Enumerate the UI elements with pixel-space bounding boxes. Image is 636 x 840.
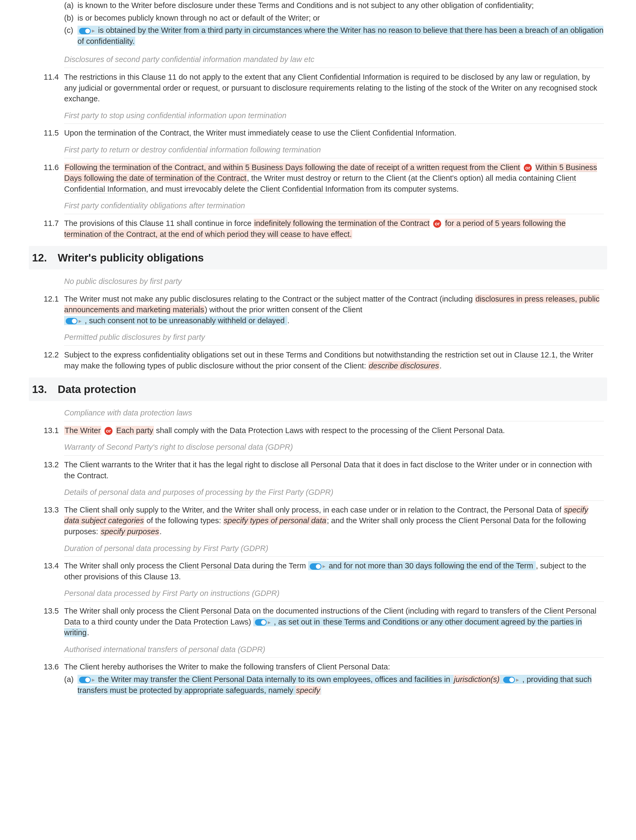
section-header-13: 13. Data protection [29, 377, 607, 401]
defined-term[interactable]: Data Protection Laws [175, 617, 249, 626]
clause-caption: Permitted public disclosures by first pa… [64, 330, 604, 346]
defined-term[interactable]: Client Personal Data [179, 606, 250, 616]
clause-body: The Client warrants to the Writer that i… [64, 459, 604, 481]
defined-term[interactable]: Client Personal Data [179, 561, 250, 570]
sublist-text: ▸ is obtained by the Writer from a third… [77, 25, 604, 46]
clause-body: Subject to the express confidentiality o… [64, 349, 604, 371]
sublist-letter: (a) [64, 0, 77, 11]
clause-number: 11.6 [32, 162, 64, 195]
optional-block: ▸ , as set out in [253, 617, 323, 626]
clause-13-6: 13.6 The Client hereby authorises the Wr… [32, 662, 604, 697]
clause-number: 11.7 [32, 218, 64, 240]
sublist-text: ▸ the Writer may transfer the Client Per… [77, 674, 604, 696]
or-badge[interactable]: or [433, 220, 441, 228]
clause-number: 11.4 [32, 72, 64, 104]
placeholder-text[interactable]: specify [296, 686, 321, 695]
placeholder-text[interactable]: specify purposes [100, 527, 159, 536]
section-title: Writer's publicity obligations [58, 250, 204, 265]
clause-number: 13.5 [32, 606, 64, 638]
or-badge[interactable]: or [104, 427, 112, 435]
or-badge[interactable]: or [524, 164, 532, 172]
sublist-text: is or becomes publicly known through no … [77, 13, 604, 24]
section-title: Data protection [58, 382, 136, 397]
clause-13-4: 13.4 The Writer shall only process the C… [32, 561, 604, 582]
sublist-letter: (c) [64, 25, 77, 46]
clause-13-5: 13.5 The Writer shall only process the C… [32, 606, 604, 638]
clause-body: The restrictions in this Clause 11 do no… [64, 72, 604, 104]
sublist-text: is known to the Writer before disclosure… [77, 0, 604, 11]
clause-caption: Authorised international transfers of pe… [64, 642, 604, 658]
defined-term[interactable]: Client Confidential Information [350, 129, 454, 137]
clause-row: (a) is known to the Writer before disclo… [32, 0, 604, 48]
placeholder-text[interactable]: jurisdiction(s) [453, 675, 500, 684]
defined-term[interactable]: Client Personal Data [431, 426, 503, 435]
clause-11-5: 11.5 Upon the termination of the Contrac… [32, 128, 604, 139]
clause-caption: No public disclosures by first party [64, 274, 604, 290]
optional-block: ▸ and for not more than 30 days followin… [308, 561, 536, 570]
defined-term[interactable]: Personal Data [504, 505, 553, 515]
cross-reference-link[interactable]: Clause 12.1 [514, 351, 556, 359]
toggle-on-icon[interactable]: ▸ [79, 27, 95, 35]
clause-11-6: 11.6 Following the termination of the Co… [32, 162, 604, 195]
option-a-highlight[interactable]: The Writer [64, 426, 101, 435]
clause-number: 13.3 [32, 504, 64, 537]
defined-term[interactable]: Client Personal Data [192, 675, 263, 684]
option-b-highlight[interactable]: Each party [116, 426, 154, 435]
clause-caption: Compliance with data protection laws [64, 405, 604, 422]
clause-body: The Writer shall only process the Client… [64, 606, 604, 638]
clause-caption: First party to return or destroy confide… [64, 142, 604, 158]
sublist-letter: (b) [64, 13, 77, 24]
toggle-on-icon[interactable]: ▸ [79, 676, 95, 684]
option-a-highlight[interactable]: Following the termination of the Contrac… [64, 163, 521, 172]
sublist-item-a: (a) is known to the Writer before disclo… [64, 0, 604, 11]
clause-caption: First party to stop using confidential i… [64, 108, 604, 124]
clause-caption: First party confidentiality obligations … [64, 198, 604, 214]
clause-12-2: 12.2 Subject to the express confidential… [32, 349, 604, 371]
clause-11-7: 11.7 The provisions of this Clause 11 sh… [32, 218, 604, 240]
toggle-on-icon[interactable]: ▸ [66, 317, 82, 325]
sublist-item-c: (c) ▸ is obtained by the Writer from a t… [64, 25, 604, 46]
clause-number: 13.4 [32, 561, 64, 582]
defined-term[interactable]: Client Confidential Information [260, 185, 364, 194]
clause-12-1: 12.1 The Writer must not make any public… [32, 294, 604, 326]
clause-caption: Details of personal data and purposes of… [64, 485, 604, 501]
clause-number: 13.6 [32, 662, 64, 697]
section-number: 12. [32, 250, 58, 265]
clause-body: The Client hereby authorises the Writer … [64, 662, 604, 697]
highlighted-text: is obtained by the Writer from a third p… [77, 26, 603, 46]
clause-body: The provisions of this Clause 11 shall c… [64, 218, 604, 240]
clause-caption: Disclosures of second party confidential… [64, 52, 604, 68]
clause-13-3: 13.3 The Client shall only supply to the… [32, 504, 604, 537]
toggle-on-icon[interactable]: ▸ [503, 676, 519, 684]
clause-13-1: 13.1 The Writer or Each party shall comp… [32, 425, 604, 436]
sublist-item-b: (b) is or becomes publicly known through… [64, 13, 604, 24]
clause-body: The Writer shall only process the Client… [64, 561, 604, 582]
clause-body: The Client shall only supply to the Writ… [64, 504, 604, 537]
clause-number: 11.5 [32, 128, 64, 139]
option-a-highlight[interactable]: indefinitely following the termination o… [253, 219, 430, 228]
defined-term[interactable]: Client Confidential Information [298, 73, 401, 82]
defined-term[interactable]: Personal Data [311, 460, 360, 469]
optional-block: ▸ , such consent not to be unreasonably … [64, 316, 287, 325]
clause-body: The Writer must not make any public disc… [64, 294, 604, 326]
clause-13-2: 13.2 The Client warrants to the Writer t… [32, 459, 604, 481]
placeholder-text[interactable]: describe disclosures [368, 361, 439, 370]
clause-number: 13.1 [32, 425, 64, 436]
clause-11-4: 11.4 The restrictions in this Clause 11 … [32, 72, 604, 104]
clause-number: 12.1 [32, 294, 64, 326]
clause-caption: Duration of personal data processing by … [64, 541, 604, 557]
clause-body: Following the termination of the Contrac… [64, 162, 604, 195]
toggle-on-icon[interactable]: ▸ [255, 618, 271, 627]
placeholder-text[interactable]: specify types of personal data [223, 516, 327, 525]
section-number: 13. [32, 382, 58, 397]
defined-term[interactable]: Data Protection Laws [230, 426, 303, 435]
clause-number: 13.2 [32, 459, 64, 481]
clause-caption: Warranty of Second Party's right to disc… [64, 439, 604, 456]
section-header-12: 12. Writer's publicity obligations [29, 246, 607, 270]
clause-body: The Writer or Each party shall comply wi… [64, 425, 604, 436]
defined-term[interactable]: Client Personal Data [458, 516, 530, 525]
clause-body: Upon the termination of the Contract, th… [64, 128, 604, 139]
defined-term[interactable]: Client Personal Data [317, 663, 388, 671]
sublist-letter: (a) [64, 674, 77, 696]
toggle-on-icon[interactable]: ▸ [310, 562, 326, 570]
